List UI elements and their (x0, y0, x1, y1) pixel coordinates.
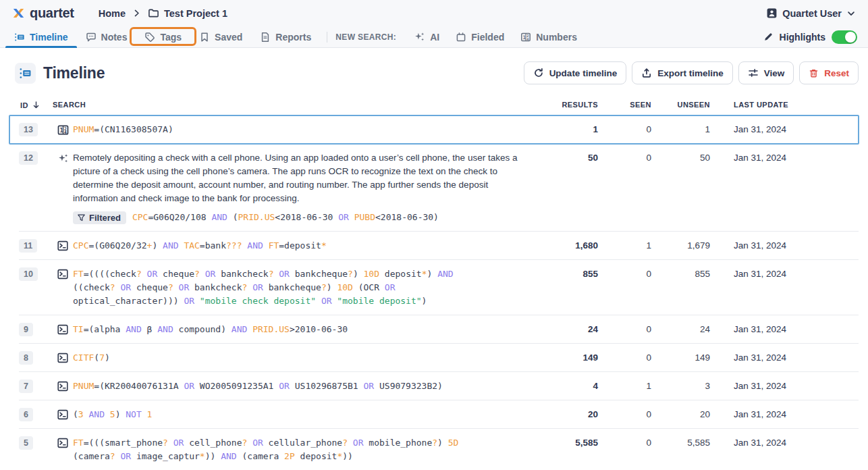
search-row-8[interactable]: 8CITF(7)1490149Jan 31, 2024 (9, 344, 859, 372)
breadcrumb-home[interactable]: Home (99, 8, 126, 19)
new-search-ai[interactable]: AI (406, 26, 447, 47)
bookmark-icon (199, 32, 210, 43)
page-title: Timeline (43, 64, 105, 82)
search-query: PNUM=(KR20040076131A OR WO2005091235A1 O… (73, 380, 544, 393)
search-row-5[interactable]: 5FT=(((smart_phone? OR cell_phone? OR ce… (9, 429, 859, 470)
brand-logo[interactable]: quartet (12, 5, 74, 21)
search-query: CPC=(G06Q20/32+) AND TAC=bank??? AND FT=… (73, 239, 544, 253)
column-header-results: RESULTS (544, 101, 598, 109)
view-button[interactable]: View (738, 61, 794, 84)
unseen-value: 50 (651, 151, 710, 165)
results-value: 149 (544, 351, 598, 365)
results-value: 24 (544, 323, 598, 336)
notes-icon (86, 32, 97, 43)
search-id-badge: 5 (19, 436, 33, 450)
table-body: 13124PNUM=(CN116308507A)101Jan 31, 20241… (9, 115, 859, 470)
unseen-value: 3 (651, 380, 710, 393)
last-update-value: Jan 31, 2024 (710, 267, 859, 281)
seen-value: 0 (598, 436, 651, 450)
new-search-numbers[interactable]: 124Numbers (512, 26, 585, 47)
search-row-13[interactable]: 13124PNUM=(CN116308507A)101Jan 31, 2024 (9, 115, 859, 144)
export-icon (641, 68, 652, 78)
highlights-toggle[interactable] (832, 30, 857, 44)
svg-text:1: 1 (523, 34, 526, 41)
search-row-7[interactable]: 7PNUM=(KR20040076131A OR WO2005091235A1 … (9, 372, 859, 400)
unseen-value: 5,585 (651, 436, 710, 450)
column-header-last-update: LAST UPDATE (710, 101, 859, 109)
terminal-search-icon (53, 436, 73, 448)
user-name: Quartet User (782, 8, 842, 19)
terminal-search-icon (53, 323, 73, 335)
numbers-icon: 124 (520, 32, 531, 43)
tab-notes[interactable]: Notes (77, 26, 136, 47)
last-update-value: Jan 31, 2024 (710, 323, 859, 336)
reset-button[interactable]: Reset (799, 61, 859, 84)
new-search-fielded[interactable]: Fielded (447, 26, 512, 47)
new-search-item-label: AI (430, 32, 439, 43)
nav-tabs: TimelineNotesTagsSavedReports (5, 26, 320, 47)
new-search-group: AIFielded124Numbers (406, 26, 585, 47)
user-menu[interactable]: Quartet User (766, 7, 856, 19)
button-label: View (764, 68, 785, 78)
search-row-11[interactable]: 11CPC=(G06Q20/32+) AND TAC=bank??? AND F… (9, 232, 859, 260)
terminal-search-icon (53, 380, 73, 392)
search-query: (3 AND 5) NOT 1 (73, 408, 544, 421)
brand-name: quartet (30, 5, 74, 21)
search-query: CPC=G06Q20/108 AND (PRID.US<2018-06-30 O… (132, 211, 439, 224)
column-header-id[interactable]: ID (9, 101, 53, 109)
column-header-unseen: UNSEEN (651, 101, 710, 109)
terminal-search-icon (53, 267, 73, 280)
ai-search-icon (53, 151, 73, 164)
results-value: 20 (544, 408, 598, 421)
fielded-icon (456, 32, 466, 43)
seen-value: 0 (598, 267, 651, 281)
funnel-icon (77, 213, 86, 222)
search-row-6[interactable]: 6(3 AND 5) NOT 120020Jan 31, 2024 (9, 400, 859, 429)
search-row-10[interactable]: 10FT=((((check? OR cheque? OR bankcheck?… (9, 260, 859, 315)
sliders-icon (748, 68, 759, 78)
search-id-badge: 9 (19, 323, 33, 336)
tab-reports[interactable]: Reports (251, 26, 320, 47)
search-query: FT=((((check? OR cheque? OR bankcheck? O… (73, 267, 544, 308)
quartet-x-icon (12, 7, 25, 20)
results-value: 855 (544, 267, 598, 281)
tab-saved[interactable]: Saved (190, 26, 251, 47)
search-cell: CITF(7) (73, 351, 544, 365)
search-row-9[interactable]: 9TI=(alpha AND β AND compound) AND PRID.… (9, 315, 859, 344)
seen-value: 0 (598, 151, 651, 165)
results-value: 1 (544, 123, 598, 136)
unseen-value: 20 (651, 408, 710, 421)
terminal-search-icon (53, 239, 73, 251)
button-label: Export timeline (657, 68, 724, 78)
button-label: Update timeline (549, 68, 618, 78)
toolbar: Update timelineExport timelineViewReset (524, 61, 859, 84)
update-timeline-button[interactable]: Update timeline (524, 61, 627, 84)
terminal-search-icon (53, 408, 73, 420)
table-header: ID SEARCH RESULTS SEEN UNSEEN LAST UPDAT… (9, 94, 859, 115)
filtered-badge: Filtered (73, 211, 126, 224)
search-row-12[interactable]: 12Remotely depositing a check with a cel… (9, 144, 859, 232)
search-id-badge: 13 (19, 123, 38, 136)
tab-tags[interactable]: Tags (136, 26, 190, 47)
search-query: CITF(7) (73, 351, 544, 365)
last-update-value: Jan 31, 2024 (710, 380, 859, 393)
last-update-value: Jan 31, 2024 (710, 151, 859, 165)
seen-value: 0 (598, 323, 651, 336)
unseen-value: 24 (651, 323, 710, 336)
search-query: TI=(alpha AND β AND compound) AND PRID.U… (73, 323, 544, 336)
seen-value: 0 (598, 408, 651, 421)
terminal-search-icon (53, 351, 73, 363)
breadcrumb-project[interactable]: Test Project 1 (148, 7, 227, 19)
new-search-label: NEW SEARCH: (335, 32, 396, 42)
unseen-value: 855 (651, 267, 710, 281)
user-badge-icon (766, 7, 778, 19)
search-id-badge: 10 (19, 267, 38, 281)
top-bar: quartet Home Test Project 1 Quartet User (0, 0, 868, 26)
search-cell: Remotely depositing a check with a cell … (73, 151, 544, 224)
tab-timeline[interactable]: Timeline (5, 26, 77, 47)
last-update-value: Jan 31, 2024 (710, 436, 859, 450)
ai-search-description: Remotely depositing a check with a cell … (73, 151, 544, 205)
tab-label: Tags (160, 32, 182, 43)
export-timeline-button[interactable]: Export timeline (632, 61, 733, 84)
results-value: 1,680 (544, 239, 598, 253)
